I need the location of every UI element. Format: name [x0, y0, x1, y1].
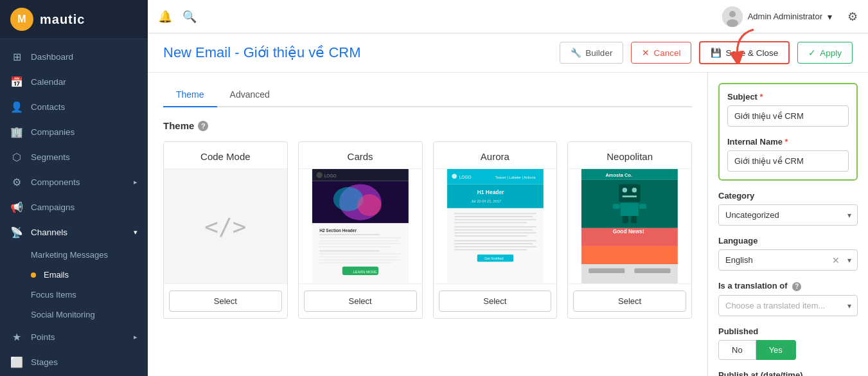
publish-at-label: Publish at (date/time) [718, 370, 858, 376]
theme-card-neopolitan: Neopolitan Amosta Co. [567, 141, 692, 319]
internal-name-required: * [785, 137, 788, 147]
tab-advanced[interactable]: Advanced [217, 83, 283, 107]
svg-text:LEARN MORE: LEARN MORE [353, 270, 376, 274]
gear-icon[interactable]: ⚙ [847, 10, 858, 24]
svg-text:LOGO: LOGO [324, 174, 336, 178]
theme-card-aurora: Aurora LOGO Teaser | Labeler | Actions H… [433, 141, 558, 319]
theme-preview-aurora: LOGO Teaser | Labeler | Actions H1 Heade… [434, 168, 557, 284]
svg-rect-18 [319, 253, 401, 255]
svg-rect-19 [319, 256, 398, 258]
subject-input[interactable] [727, 105, 849, 127]
sidebar-subitem-social-monitoring[interactable]: Social Monitoring [0, 305, 148, 325]
published-toggle: No Yes [718, 340, 858, 360]
subject-internal-name-box: Subject * Internal Name * [718, 83, 858, 181]
sidebar-item-stages[interactable]: ⬜ Stages [0, 350, 148, 375]
published-field-group: Published No Yes [718, 327, 858, 360]
theme-preview-cards: LOGO H2 Section Header [299, 168, 422, 284]
svg-rect-62 [581, 264, 678, 283]
language-clear-icon[interactable]: ✕ [832, 255, 840, 265]
select-neopolitan-button[interactable]: Select [573, 291, 686, 312]
translation-field-group: Is a translation of ? Choose a translate… [718, 281, 858, 316]
components-icon: ⚙ [10, 176, 23, 188]
svg-rect-34 [454, 219, 536, 220]
search-icon[interactable]: 🔍 [182, 10, 197, 24]
logo-text: mautic [40, 12, 85, 27]
translation-help-icon[interactable]: ? [792, 282, 801, 291]
svg-point-1 [729, 11, 736, 17]
svg-rect-55 [639, 204, 646, 208]
apply-button[interactable]: ✓ Apply [797, 42, 853, 64]
theme-card-footer-code-mode: Select [164, 284, 287, 318]
cancel-icon: ✕ [642, 48, 650, 58]
calendar-icon: 📅 [10, 76, 23, 88]
left-content: Theme Advanced Theme ? Code Mode </> Sel… [148, 73, 707, 376]
sidebar-item-components[interactable]: ⚙ Components ▸ [0, 170, 148, 195]
builder-icon: 🔧 [571, 48, 581, 58]
subject-required: * [760, 92, 763, 102]
user-dropdown-arrow: ▾ [828, 12, 832, 22]
subject-label: Subject * [727, 92, 849, 102]
sidebar-item-dashboard[interactable]: ⊞ Dashboard [0, 44, 148, 69]
svg-rect-54 [613, 204, 620, 208]
theme-card-footer-neopolitan: Select [568, 284, 691, 318]
svg-rect-13 [319, 237, 401, 238]
section-title: Theme ? [163, 120, 692, 131]
svg-point-25 [452, 174, 456, 178]
translation-select[interactable]: Choose a translated item... [718, 295, 858, 316]
svg-rect-33 [454, 216, 533, 217]
sidebar-item-campaigns[interactable]: 📢 Campaigns [0, 195, 148, 220]
svg-rect-14 [319, 240, 398, 242]
svg-point-4 [316, 172, 322, 178]
user-menu[interactable]: Admin Administrator ▾ [722, 6, 832, 27]
channels-icon: 📡 [10, 226, 23, 238]
sidebar-subitem-marketing-messages[interactable]: Marketing Messages [0, 245, 148, 265]
svg-rect-49 [619, 184, 641, 202]
sidebar-item-calendar[interactable]: 📅 Calendar [0, 69, 148, 94]
bell-icon[interactable]: 🔔 [158, 10, 172, 24]
sidebar-logo[interactable]: M mautic [0, 0, 148, 39]
svg-text:Get Notified: Get Notified [484, 256, 504, 260]
theme-card-code-mode: Code Mode </> Select [163, 141, 288, 319]
language-label: Language [718, 236, 858, 246]
sidebar-subitem-emails[interactable]: Emails [0, 265, 148, 285]
svg-text:H1 Header: H1 Header [477, 189, 504, 195]
builder-button[interactable]: 🔧 Builder [560, 42, 623, 64]
help-icon[interactable]: ? [198, 121, 208, 131]
sidebar-item-segments[interactable]: ⬡ Segments [0, 145, 148, 170]
emails-active-dot [31, 273, 36, 278]
svg-point-51 [632, 188, 637, 192]
user-name: Admin Administrator [748, 12, 822, 21]
save-close-button[interactable]: 💾 Save & Close [699, 41, 790, 64]
select-cards-button[interactable]: Select [304, 291, 417, 312]
published-no-button[interactable]: No [718, 340, 756, 360]
sidebar-item-companies[interactable]: 🏢 Companies [0, 120, 148, 145]
category-field-group: Category Uncategorized [718, 191, 858, 226]
category-label: Category [718, 191, 858, 201]
svg-text:Good News!: Good News! [613, 228, 644, 235]
contacts-icon: 👤 [10, 101, 23, 113]
sidebar-item-points[interactable]: ★ Points ▸ [0, 325, 148, 350]
svg-rect-63 [589, 269, 624, 273]
published-yes-button[interactable]: Yes [756, 340, 796, 360]
category-select[interactable]: Uncategorized [718, 204, 858, 226]
sidebar-item-channels[interactable]: 📡 Channels ▾ [0, 220, 148, 245]
apply-icon: ✓ [808, 48, 816, 58]
sidebar-subitem-focus-items[interactable]: Focus Items [0, 285, 148, 305]
svg-text:LOGO: LOGO [459, 175, 471, 179]
tabs: Theme Advanced [163, 83, 692, 107]
components-arrow: ▸ [134, 178, 137, 186]
select-code-mode-button[interactable]: Select [169, 291, 282, 312]
svg-rect-12 [319, 234, 380, 235]
internal-name-field-group: Internal Name * [727, 137, 849, 172]
sidebar: M mautic ⊞ Dashboard 📅 Calendar 👤 Contac… [0, 0, 148, 376]
sidebar-item-contacts[interactable]: 👤 Contacts [0, 94, 148, 120]
theme-card-footer-cards: Select [299, 284, 422, 318]
tab-theme[interactable]: Theme [163, 83, 217, 107]
select-aurora-button[interactable]: Select [439, 291, 552, 312]
internal-name-input[interactable] [727, 150, 849, 172]
logo-icon: M [10, 8, 33, 31]
language-select-wrapper: English ✕ ▾ [718, 249, 858, 271]
theme-card-footer-aurora: Select [434, 284, 557, 318]
cancel-button[interactable]: ✕ Cancel [631, 42, 691, 64]
svg-point-50 [623, 188, 627, 192]
